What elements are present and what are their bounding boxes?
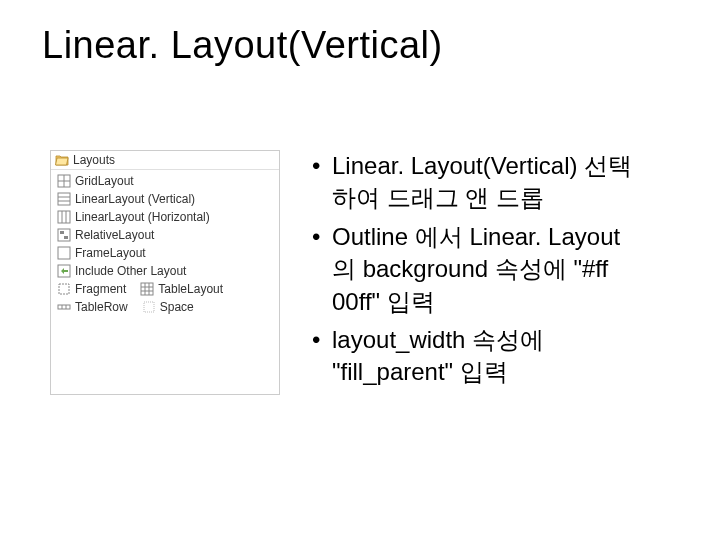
palette-item-label: LinearLayout (Horizontal) <box>75 210 210 224</box>
palette-item-label: LinearLayout (Vertical) <box>75 192 195 206</box>
table-icon <box>140 282 154 296</box>
svg-rect-6 <box>58 211 70 223</box>
tablerow-icon <box>57 300 71 314</box>
svg-rect-15 <box>141 283 153 295</box>
content-row: Layouts GridLayout <box>50 150 670 395</box>
palette-item-label: FrameLayout <box>75 246 146 260</box>
palette-item-tablerow[interactable]: TableRow <box>55 298 130 316</box>
palette-header-label: Layouts <box>73 153 115 167</box>
palette-item-relativelayout[interactable]: RelativeLayout <box>55 226 265 244</box>
space-icon <box>142 300 156 314</box>
palette-item-label: RelativeLayout <box>75 228 154 242</box>
palette-item-label: GridLayout <box>75 174 134 188</box>
folder-open-icon <box>55 154 69 166</box>
svg-rect-23 <box>144 302 154 312</box>
page-title: Linear. Layout(Vertical) <box>42 24 443 67</box>
linear-vertical-icon <box>57 192 71 206</box>
linear-horizontal-icon <box>57 210 71 224</box>
svg-rect-11 <box>64 236 68 239</box>
instruction-bullets: Linear. Layout(Vertical) 선택하여 드래그 앤 드롭 O… <box>310 150 650 395</box>
palette-item-include-other-layout[interactable]: Include Other Layout <box>55 262 265 280</box>
svg-rect-9 <box>58 229 70 241</box>
palette-item-linearlayout-horizontal[interactable]: LinearLayout (Horizontal) <box>55 208 265 226</box>
palette-item-fragment[interactable]: Fragment <box>55 280 128 298</box>
palette-item-label: TableLayout <box>158 282 223 296</box>
svg-rect-10 <box>60 231 64 234</box>
bullet-item: Linear. Layout(Vertical) 선택하여 드래그 앤 드롭 <box>310 150 650 215</box>
svg-rect-3 <box>58 193 70 205</box>
palette-item-gridlayout[interactable]: GridLayout <box>55 172 265 190</box>
palette-item-label: Fragment <box>75 282 126 296</box>
palette-item-linearlayout-vertical[interactable]: LinearLayout (Vertical) <box>55 190 265 208</box>
grid-icon <box>57 174 71 188</box>
bullet-item: layout_width 속성에 "fill_parent" 입력 <box>310 324 650 389</box>
relative-icon <box>57 228 71 242</box>
include-icon <box>57 264 71 278</box>
palette-item-space[interactable]: Space <box>140 298 196 316</box>
palette-header: Layouts <box>51 151 279 170</box>
palette-item-tablelayout[interactable]: TableLayout <box>138 280 225 298</box>
svg-rect-20 <box>58 305 70 309</box>
bullet-item: Outline 에서 Linear. Layout 의 background 속… <box>310 221 650 318</box>
svg-rect-14 <box>59 284 69 294</box>
layouts-palette-panel: Layouts GridLayout <box>50 150 280 395</box>
frame-icon <box>57 246 71 260</box>
palette-item-label: TableRow <box>75 300 128 314</box>
palette-item-framelayout[interactable]: FrameLayout <box>55 244 265 262</box>
fragment-icon <box>57 282 71 296</box>
palette-item-label: Space <box>160 300 194 314</box>
palette-grid: GridLayout LinearLayout (Vertical) <box>51 170 279 322</box>
palette-item-label: Include Other Layout <box>75 264 186 278</box>
svg-rect-12 <box>58 247 70 259</box>
